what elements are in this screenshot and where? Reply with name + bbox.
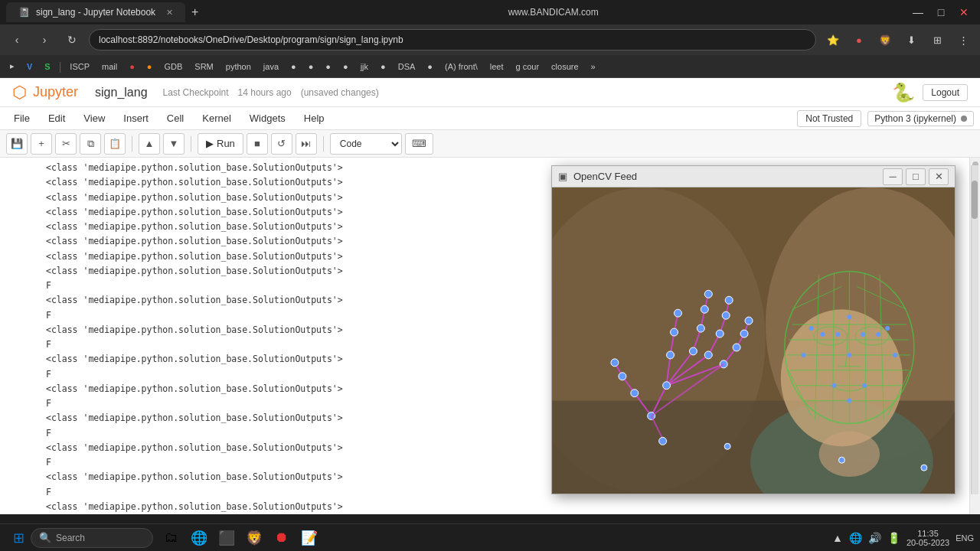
- svg-point-74: [876, 332, 880, 337]
- move-down-btn[interactable]: ▼: [163, 133, 185, 155]
- logout-button[interactable]: Logout: [923, 84, 968, 101]
- menu-view[interactable]: View: [76, 109, 113, 127]
- bookmark-gdb[interactable]: GDB: [159, 60, 188, 73]
- back-btn[interactable]: ‹: [6, 29, 28, 51]
- bookmark-srm[interactable]: SRM: [189, 60, 218, 73]
- save-btn[interactable]: 💾: [6, 133, 28, 155]
- svg-point-73: [861, 332, 865, 337]
- run-button[interactable]: ▶ Run: [198, 133, 243, 155]
- start-button[interactable]: ⊞: [6, 526, 31, 550]
- svg-point-76: [831, 383, 836, 388]
- bookmark-dot5[interactable]: ●: [320, 60, 336, 73]
- restart-run-btn[interactable]: ⏭: [296, 133, 317, 155]
- taskbar-terminal[interactable]: ⬛: [214, 526, 239, 550]
- rec-icon: ⏺: [275, 530, 289, 546]
- sep1: |: [59, 60, 62, 73]
- download-btn[interactable]: ⬇: [900, 29, 922, 51]
- camera-feed: [552, 187, 955, 494]
- bookmark-dot1[interactable]: ●: [124, 60, 140, 73]
- svg-point-32: [701, 305, 708, 313]
- bookmark-apps[interactable]: ▸: [5, 60, 20, 73]
- menu-file[interactable]: File: [6, 109, 38, 127]
- jupyter-logo-text: Jupyter: [33, 84, 78, 100]
- checkpoint-time: 14 hours ago: [238, 87, 292, 98]
- settings-btn[interactable]: ⋮: [952, 29, 974, 51]
- menu-insert[interactable]: Insert: [116, 109, 156, 127]
- bookmark-dot8[interactable]: ●: [422, 60, 438, 73]
- profile-btn[interactable]: ●: [848, 29, 870, 51]
- run-icon: ▶: [206, 138, 214, 149]
- bookmark-dot7[interactable]: ●: [375, 60, 391, 73]
- taskbar-browser[interactable]: 🌐: [187, 526, 211, 550]
- opencv-titlebar[interactable]: ▣ OpenCV Feed ─ □ ✕: [552, 166, 955, 187]
- menu-widgets[interactable]: Widgets: [242, 109, 293, 127]
- extensions-btn[interactable]: ⭐: [822, 29, 844, 51]
- taskbar-recbtn[interactable]: ⏺: [270, 526, 294, 550]
- taskbar-brave[interactable]: 🦁: [242, 526, 266, 550]
- bookmark-leet[interactable]: leet: [485, 60, 509, 73]
- taskbar-search[interactable]: 🔍 Search: [31, 528, 153, 548]
- bookmark-gcour[interactable]: g cour: [511, 60, 545, 73]
- bookmark-java[interactable]: java: [258, 60, 284, 73]
- bookmark-iscp[interactable]: ISCP: [64, 60, 95, 73]
- add-cell-btn[interactable]: +: [31, 133, 52, 155]
- show-desktop-btn[interactable]: ▲: [832, 532, 843, 544]
- menu-edit[interactable]: Edit: [41, 109, 73, 127]
- keyboard-btn[interactable]: ⌨: [405, 133, 433, 155]
- tab-close-icon[interactable]: ✕: [166, 8, 173, 18]
- bookmark-front[interactable]: (A) front\: [439, 60, 483, 73]
- menu-help[interactable]: Help: [296, 109, 332, 127]
- opencv-close-btn[interactable]: ✕: [929, 168, 949, 185]
- bookmark-python[interactable]: python: [220, 60, 256, 73]
- opencv-scrollbar-thumb[interactable]: [972, 181, 978, 219]
- menu-cell[interactable]: Cell: [159, 109, 191, 127]
- reload-btn[interactable]: ↻: [61, 29, 83, 51]
- output-line: F: [0, 485, 547, 500]
- bookmark-dot3[interactable]: ●: [286, 60, 302, 73]
- bookmark-more[interactable]: »: [586, 60, 601, 73]
- cell-type-select[interactable]: Code Markdown Raw: [330, 133, 402, 155]
- browser-tab[interactable]: 📓 sign_lang - Jupyter Notebook ✕: [6, 2, 185, 22]
- battery-icon[interactable]: 🔋: [887, 532, 900, 544]
- volume-icon[interactable]: 🔊: [868, 532, 881, 544]
- close-btn[interactable]: ✕: [954, 5, 974, 20]
- bookmark-dsa[interactable]: DSA: [393, 60, 421, 73]
- svg-point-81: [819, 431, 880, 477]
- forward-btn[interactable]: ›: [34, 29, 55, 51]
- bookmark-closure[interactable]: closure: [546, 60, 583, 73]
- move-up-btn[interactable]: ▲: [139, 133, 160, 155]
- cut-btn[interactable]: ✂: [55, 133, 77, 155]
- lang-indicator[interactable]: ENG: [956, 533, 974, 543]
- taskbar-explorer[interactable]: 🗂: [159, 526, 184, 550]
- taskbar-notepad[interactable]: 📝: [297, 526, 322, 550]
- url-text: localhost:8892/notebooks/OneDrive/Deskto…: [99, 34, 403, 45]
- bookmark-jjk[interactable]: jjk: [355, 60, 374, 73]
- bookmark-v[interactable]: V: [21, 60, 38, 73]
- new-tab-btn[interactable]: +: [191, 5, 198, 19]
- notepad-icon: 📝: [301, 530, 318, 546]
- bookmark-dot6[interactable]: ●: [338, 60, 354, 73]
- opencv-canvas: [552, 187, 955, 494]
- bookmark-mail[interactable]: mail: [96, 60, 122, 73]
- stop-btn[interactable]: ■: [247, 133, 268, 155]
- output-line: <class 'mediapipe.python.solution_base.S…: [0, 234, 547, 249]
- brave-shield-btn[interactable]: 🦁: [874, 29, 896, 51]
- bookmark-s[interactable]: S: [39, 60, 55, 73]
- not-trusted-button[interactable]: Not Trusted: [797, 110, 861, 127]
- minimize-btn[interactable]: —: [908, 5, 928, 20]
- bookmark-dot2[interactable]: ●: [142, 60, 158, 73]
- restart-btn[interactable]: ↺: [271, 133, 292, 155]
- sidebar-btn[interactable]: ⊞: [926, 29, 948, 51]
- paste-btn[interactable]: 📋: [104, 133, 126, 155]
- copy-btn[interactable]: ⧉: [80, 133, 101, 155]
- opencv-maximize-btn[interactable]: □: [906, 168, 926, 185]
- network-icon[interactable]: 🌐: [849, 532, 862, 544]
- maximize-btn[interactable]: □: [931, 5, 951, 20]
- output-line: <class 'mediapipe.python.solution_base.S…: [0, 220, 547, 234]
- address-bar[interactable]: localhost:8892/notebooks/OneDrive/Deskto…: [89, 29, 816, 51]
- bookmark-dot4[interactable]: ●: [303, 60, 319, 73]
- menu-kernel[interactable]: Kernel: [194, 109, 239, 127]
- notebook-name[interactable]: sign_lang: [95, 86, 148, 99]
- opencv-minimize-btn[interactable]: ─: [883, 168, 903, 185]
- tab-favicon: 📓: [18, 7, 30, 18]
